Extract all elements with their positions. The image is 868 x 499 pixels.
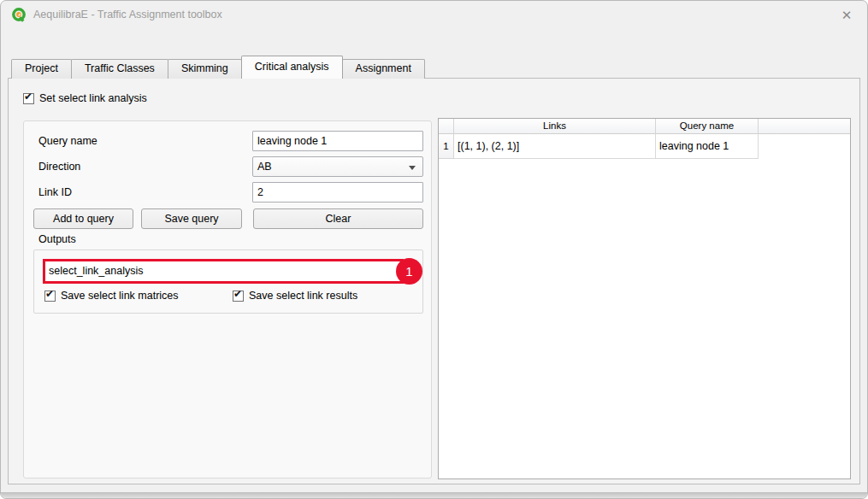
direction-value: AB [257,161,272,173]
query-name-label: Query name [38,135,97,147]
queries-table[interactable]: Links Query name 1 [(1, 1), (2, 1)] leav… [438,118,851,479]
cell-links[interactable]: [(1, 1), (2, 1)] [454,134,656,159]
window-title: AequilibraE - Traffic Assignment toolbox [33,9,222,21]
outputs-group: select_link_analysis 1 ✔ Save select lin… [33,250,423,314]
query-form-panel: Query name leaving node 1 Direction AB L… [23,120,432,478]
save-results-label: Save select link results [249,290,357,302]
direction-select[interactable]: AB [252,156,423,177]
save-matrices-checkbox[interactable]: ✔ Save select link matrices [44,290,179,302]
save-results-checkbox[interactable]: ✔ Save select link results [233,290,357,302]
checkbox-box[interactable]: ✔ [233,291,244,302]
set-select-link-label: Set select link analysis [39,92,147,104]
column-header-links[interactable]: Links [454,119,656,134]
close-button[interactable]: ✕ [838,7,855,24]
outputs-label: Outputs [38,233,76,245]
qgis-logo-icon [11,7,27,22]
title-bar: AequilibraE - Traffic Assignment toolbox… [1,1,867,28]
table-header-filler [759,119,850,134]
set-select-link-checkbox[interactable]: ✔ Set select link analysis [23,92,147,104]
add-to-query-button[interactable]: Add to query [33,208,133,229]
tab-project[interactable]: Project [11,59,72,79]
critical-analysis-pane: ✔ Set select link analysis Query name le… [8,78,860,484]
tab-skimming[interactable]: Skimming [168,59,242,79]
output-name-input[interactable]: select_link_analysis [43,259,404,284]
checkbox-box[interactable]: ✔ [44,291,56,302]
save-query-button[interactable]: Save query [141,208,242,229]
annotation-badge-1: 1 [396,258,422,285]
checkmark-icon: ✔ [45,289,54,300]
direction-label: Direction [38,161,80,173]
checkmark-icon: ✔ [233,289,242,300]
chevron-down-icon [409,166,416,170]
checkmark-icon: ✔ [24,91,32,103]
row-header[interactable]: 1 [439,134,454,159]
cell-query-name[interactable]: leaving node 1 [656,134,759,159]
query-name-input[interactable]: leaving node 1 [252,131,423,151]
tab-bar: Project Traffic Classes Skimming Critica… [11,57,424,79]
column-header-query-name[interactable]: Query name [656,119,759,134]
checkbox-box[interactable]: ✔ [23,93,34,104]
tab-traffic-classes[interactable]: Traffic Classes [71,59,168,79]
table-row[interactable]: 1 [(1, 1), (2, 1)] leaving node 1 [439,134,850,159]
table-header-row: Links Query name [439,119,850,134]
tab-critical-analysis[interactable]: Critical analysis [241,56,343,79]
clear-button[interactable]: Clear [253,208,423,229]
tab-assignment[interactable]: Assignment [342,59,425,79]
link-id-label: Link ID [38,186,72,198]
table-corner-header [439,119,454,134]
window-bottom-edge [1,492,867,498]
dialog-window: AequilibraE - Traffic Assignment toolbox… [0,0,868,499]
link-id-input[interactable]: 2 [252,182,423,203]
save-matrices-label: Save select link matrices [61,290,179,302]
